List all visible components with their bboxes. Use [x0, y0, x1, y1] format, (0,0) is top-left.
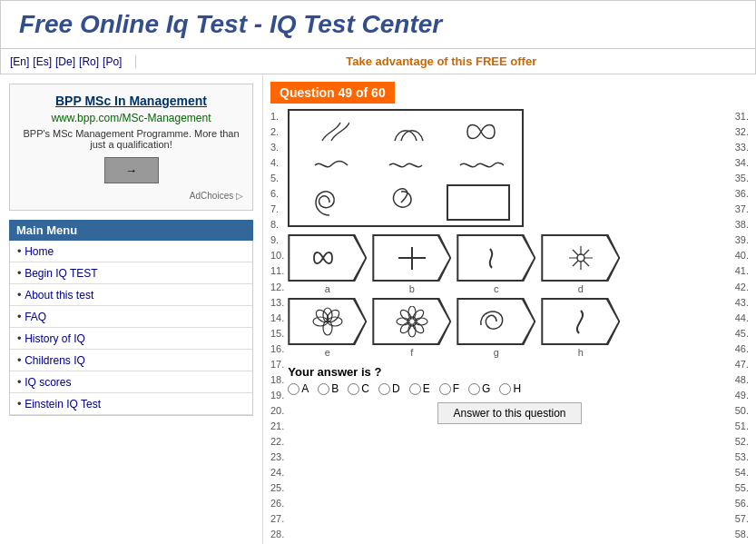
menu-item-faq[interactable]: FAQ: [10, 306, 252, 328]
pattern-svg-wave1: [313, 156, 349, 174]
radio-label-a[interactable]: A: [288, 382, 309, 395]
menu-link-faq[interactable]: FAQ: [25, 311, 46, 323]
answer-shape-g: [457, 298, 535, 345]
svg-point-22: [398, 308, 413, 322]
answer-option-d: d: [541, 234, 620, 294]
svg-point-25: [411, 321, 426, 335]
adchoices[interactable]: AdChoices ▷: [19, 191, 243, 201]
answer-shape-b-inner: [374, 236, 449, 280]
answer-shape-h: [541, 298, 620, 345]
offer-text: Take advantage of this FREE offer: [136, 54, 746, 68]
answer-label-c: c: [457, 283, 535, 294]
pattern-cell-3-2: [374, 186, 428, 218]
main-menu: Main Menu Home Begin IQ TEST About this …: [9, 220, 253, 416]
pattern-cell-2-2: [378, 150, 433, 182]
pattern-matrix: [288, 109, 524, 227]
answer-shape-b: [372, 234, 451, 282]
answer-svg-plus: [385, 242, 439, 274]
ad-title[interactable]: BPP MSc In Management: [19, 94, 243, 108]
radio-g[interactable]: [468, 383, 480, 395]
pattern-cell-1-2: [378, 115, 433, 147]
pattern-cell-3-3-answer: [447, 184, 510, 221]
radio-e[interactable]: [409, 383, 421, 395]
answer-svg-scurve-h: [554, 306, 608, 338]
radio-label-c[interactable]: C: [348, 382, 369, 395]
svg-line-8: [584, 261, 589, 266]
radio-label-h[interactable]: H: [499, 382, 521, 395]
main-content: BPP MSc In Management www.bpp.com/MSc-Ma…: [0, 74, 756, 544]
pattern-svg-s-curve: [313, 118, 349, 145]
answer-option-c: c: [457, 234, 535, 294]
answer-svg-flower: [300, 306, 355, 338]
menu-item-childrens[interactable]: Childrens IQ: [10, 350, 252, 371]
ad-arrow-button[interactable]: →: [104, 157, 159, 183]
radio-group: A B C D E F G H: [288, 382, 731, 395]
lang-ro[interactable]: [Ro]: [79, 55, 99, 68]
answer-label-d: d: [541, 283, 620, 294]
svg-line-10: [573, 261, 578, 266]
language-links[interactable]: [En] [Es] [De] [Ro] [Po]: [10, 55, 136, 68]
answer-options-top: a b: [288, 234, 731, 294]
answer-option-b: b: [372, 234, 451, 294]
lang-en[interactable]: [En]: [10, 55, 29, 68]
answer-shape-h-inner: [543, 300, 618, 343]
menu-list: Home Begin IQ TEST About this test FAQ H…: [9, 241, 253, 416]
lang-po[interactable]: [Po]: [103, 55, 122, 68]
answer-shape-a-inner: [290, 236, 365, 280]
answer-shape-e-inner: [290, 300, 365, 343]
radio-label-e[interactable]: E: [409, 382, 430, 395]
radio-label-f[interactable]: F: [439, 382, 459, 395]
page-header: Free Online Iq Test - IQ Test Center: [0, 0, 756, 49]
pattern-svg-c-curve: [388, 118, 424, 145]
lang-de[interactable]: [De]: [55, 55, 75, 68]
answer-svg-scurve: [469, 242, 524, 274]
question-area: 1.2.3. 4.5.6. 7.8.9. 10.11.12. 13.14.15.…: [270, 109, 749, 544]
radio-d[interactable]: [378, 383, 390, 395]
svg-line-7: [573, 250, 578, 255]
question-main: a b: [288, 109, 731, 544]
ad-url: www.bpp.com/MSc-Management: [19, 112, 243, 124]
pattern-row-3: [293, 184, 518, 221]
svg-point-23: [411, 308, 426, 322]
menu-link-scores[interactable]: IQ scores: [25, 376, 71, 389]
menu-link-childrens[interactable]: Childrens IQ: [25, 354, 85, 367]
ad-description: BPP's MSc Management Programme. More tha…: [19, 128, 243, 150]
menu-item-about[interactable]: About this test: [10, 284, 252, 306]
menu-item-begin[interactable]: Begin IQ TEST: [10, 262, 252, 284]
lang-es[interactable]: [Es]: [33, 55, 52, 68]
radio-b[interactable]: [318, 383, 329, 395]
answer-option-g: g: [457, 298, 535, 358]
navbar: [En] [Es] [De] [Ro] [Po] Take advantage …: [0, 49, 756, 74]
menu-item-scores[interactable]: IQ scores: [10, 371, 252, 393]
menu-link-about[interactable]: About this test: [25, 289, 93, 302]
answer-shape-d-inner: [543, 236, 618, 280]
answer-shape-f: [372, 298, 451, 345]
svg-point-24: [398, 321, 413, 335]
menu-link-history[interactable]: History of IQ: [25, 332, 85, 345]
menu-link-begin[interactable]: Begin IQ TEST: [25, 267, 97, 280]
answer-svg-infinity: [300, 242, 355, 274]
sidebar: BPP MSc In Management www.bpp.com/MSc-Ma…: [0, 74, 263, 544]
answer-button[interactable]: Answer to this question: [437, 402, 581, 424]
pattern-cell-3-1: [302, 186, 357, 218]
menu-item-einstein[interactable]: Einstein IQ Test: [10, 393, 252, 415]
page-title: Free Online Iq Test - IQ Test Center: [19, 10, 737, 39]
answer-label-e: e: [288, 347, 367, 358]
svg-point-2: [577, 254, 584, 262]
radio-label-g[interactable]: G: [468, 382, 490, 395]
answer-option-a: a: [288, 234, 367, 294]
radio-a[interactable]: [288, 383, 299, 395]
pattern-row-1: [293, 115, 518, 147]
menu-link-einstein[interactable]: Einstein IQ Test: [25, 398, 101, 410]
answer-svg-detailed-flower: [385, 306, 439, 338]
answer-shape-e: [288, 298, 367, 345]
radio-f[interactable]: [439, 383, 451, 395]
pattern-row-2: [293, 150, 518, 182]
radio-label-b[interactable]: B: [318, 382, 339, 395]
menu-item-home[interactable]: Home: [10, 241, 252, 262]
menu-item-history[interactable]: History of IQ: [10, 328, 252, 350]
radio-h[interactable]: [499, 383, 511, 395]
radio-c[interactable]: [348, 383, 359, 395]
radio-label-d[interactable]: D: [378, 382, 400, 395]
menu-link-home[interactable]: Home: [25, 245, 54, 258]
